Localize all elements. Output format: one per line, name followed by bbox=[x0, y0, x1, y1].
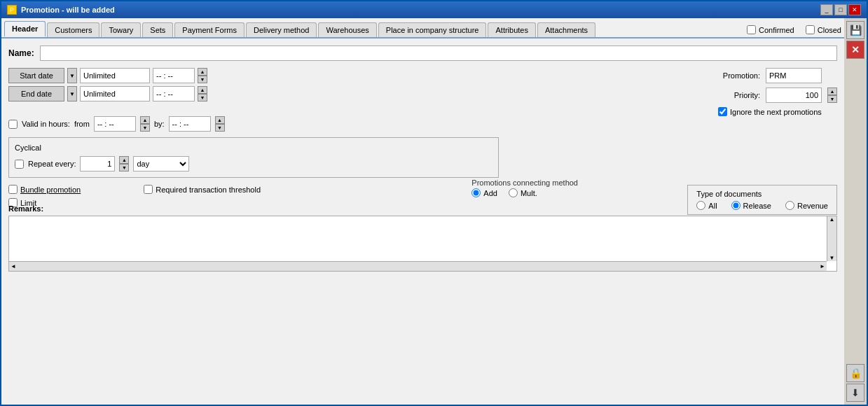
connecting-method-radios: Add Mult. bbox=[471, 188, 578, 197]
title-bar: P Promotion - will be added _ □ ✕ bbox=[1, 1, 867, 18]
priority-input[interactable] bbox=[766, 88, 822, 103]
day-select[interactable]: day bbox=[133, 156, 189, 172]
start-date-input[interactable] bbox=[80, 68, 150, 83]
add-radio[interactable] bbox=[471, 188, 481, 197]
valid-from-up[interactable]: ▲ bbox=[140, 116, 150, 124]
tab-attachments[interactable]: Attachments bbox=[537, 22, 595, 37]
start-time-input[interactable] bbox=[153, 68, 195, 83]
cyclical-group: Cyclical Repeat every: ▲ ▼ day bbox=[8, 137, 499, 178]
from-label: from bbox=[74, 120, 90, 128]
tab-payment-forms[interactable]: Payment Forms bbox=[174, 22, 244, 37]
priority-row: Priority: ▲ ▼ bbox=[718, 88, 837, 103]
close-button[interactable]: ✕ bbox=[846, 41, 864, 59]
bundle-checkbox[interactable] bbox=[8, 185, 18, 194]
ignore-label: Ignore the next promotions bbox=[730, 108, 822, 116]
valid-from-down[interactable]: ▼ bbox=[140, 124, 150, 132]
main-window: P Promotion - will be added _ □ ✕ Header… bbox=[0, 0, 868, 406]
valid-by-down[interactable]: ▼ bbox=[215, 124, 225, 132]
end-date-button[interactable]: End date bbox=[8, 86, 64, 102]
form-area: Header Customers Towary Sets Payment For… bbox=[1, 18, 844, 405]
main-content: Header Customers Towary Sets Payment For… bbox=[1, 18, 867, 405]
confirmed-checkbox[interactable] bbox=[747, 25, 756, 34]
repeat-down[interactable]: ▼ bbox=[119, 164, 129, 172]
remarks-textarea[interactable] bbox=[9, 216, 827, 261]
valid-hours-checkbox[interactable] bbox=[8, 120, 18, 129]
name-row: Name: bbox=[8, 46, 837, 61]
scroll-up-button[interactable]: ▲ bbox=[827, 216, 836, 223]
save-button[interactable]: 💾 bbox=[846, 21, 864, 39]
end-time-down[interactable]: ▼ bbox=[198, 94, 207, 102]
type-docs-legend: Type of documents bbox=[696, 190, 828, 198]
end-date-dropdown[interactable]: ▼ bbox=[67, 86, 77, 102]
bundle-label: Bundle promotion bbox=[20, 186, 81, 194]
name-label: Name: bbox=[8, 48, 34, 58]
connecting-method-label: Promotions connecting method bbox=[471, 178, 578, 187]
start-time-down[interactable]: ▼ bbox=[198, 76, 207, 83]
confirmed-area: Confirmed Closed bbox=[747, 25, 841, 37]
valid-by-up[interactable]: ▲ bbox=[215, 116, 225, 124]
tab-sets[interactable]: Sets bbox=[142, 22, 173, 37]
maximize-button[interactable]: □ bbox=[834, 4, 847, 15]
threshold-checkbox[interactable] bbox=[144, 185, 153, 194]
tab-warehouses[interactable]: Warehouses bbox=[318, 22, 376, 37]
closed-label[interactable]: Closed bbox=[806, 25, 841, 34]
priority-spinner[interactable]: ▲ ▼ bbox=[827, 88, 837, 103]
tab-header[interactable]: Header bbox=[4, 21, 46, 37]
dates-priority-container: Start date ▼ ▲ ▼ End date ▼ bbox=[8, 68, 837, 116]
add-label: Add bbox=[483, 189, 497, 197]
title-bar-left: P Promotion - will be added bbox=[7, 5, 115, 15]
end-time-spinner[interactable]: ▲ ▼ bbox=[198, 86, 207, 102]
end-date-input[interactable] bbox=[80, 86, 150, 102]
promotion-input[interactable] bbox=[766, 68, 822, 83]
scroll-left-button[interactable]: ◄ bbox=[9, 262, 18, 271]
connecting-method-section: Promotions connecting method Add Mult. bbox=[471, 178, 578, 197]
threshold-label: Required transaction threshold bbox=[156, 186, 261, 194]
repeat-up[interactable]: ▲ bbox=[119, 156, 129, 164]
ignore-checkbox[interactable] bbox=[718, 107, 727, 116]
tab-delivery-method[interactable]: Delivery method bbox=[246, 22, 317, 37]
valid-from-input[interactable] bbox=[94, 116, 136, 132]
closed-checkbox[interactable] bbox=[806, 25, 815, 34]
valid-by-input[interactable] bbox=[169, 116, 211, 132]
name-input[interactable] bbox=[40, 46, 837, 61]
repeat-spinner[interactable]: ▲ ▼ bbox=[119, 156, 129, 172]
priority-up[interactable]: ▲ bbox=[827, 88, 837, 95]
valid-by-spinner[interactable]: ▲ ▼ bbox=[215, 116, 225, 132]
mult-label: Mult. bbox=[521, 189, 537, 197]
valid-from-spinner[interactable]: ▲ ▼ bbox=[140, 116, 150, 132]
end-time-up[interactable]: ▲ bbox=[198, 86, 207, 94]
promotion-label: Promotion: bbox=[718, 71, 760, 80]
arrow-button[interactable]: ⬇ bbox=[846, 384, 864, 402]
bundle-row: Bundle promotion bbox=[8, 185, 81, 194]
window-close-button[interactable]: ✕ bbox=[848, 4, 861, 15]
mult-radio[interactable] bbox=[509, 188, 518, 197]
start-time-spinner[interactable]: ▲ ▼ bbox=[198, 68, 207, 83]
end-time-input[interactable] bbox=[153, 86, 195, 102]
horizontal-scrollbar[interactable]: ◄ ► bbox=[9, 261, 827, 271]
repeat-input[interactable] bbox=[80, 156, 115, 172]
valid-hours-row: Valid in hours: from ▲ ▼ by: ▲ ▼ bbox=[8, 116, 837, 132]
lock-button[interactable]: 🔒 bbox=[846, 364, 864, 382]
remarks-textarea-container: ▲ ▼ ◄ ► bbox=[8, 216, 837, 272]
scroll-down-button[interactable]: ▼ bbox=[827, 255, 836, 261]
add-radio-label[interactable]: Add bbox=[471, 188, 497, 197]
cyclical-legend: Cyclical bbox=[15, 144, 492, 152]
vertical-scrollbar[interactable]: ▲ ▼ bbox=[827, 216, 836, 261]
repeat-every-checkbox[interactable] bbox=[15, 160, 24, 169]
start-time-up[interactable]: ▲ bbox=[198, 68, 207, 76]
minimize-button[interactable]: _ bbox=[820, 4, 833, 15]
start-date-dropdown[interactable]: ▼ bbox=[67, 68, 77, 83]
promo-right-block: Promotion: Priority: ▲ ▼ bbox=[718, 68, 837, 116]
priority-down[interactable]: ▼ bbox=[827, 95, 837, 103]
start-date-button[interactable]: Start date bbox=[8, 68, 64, 83]
tab-customers[interactable]: Customers bbox=[47, 22, 99, 37]
start-date-row: Start date ▼ ▲ ▼ bbox=[8, 68, 207, 83]
tab-place-company[interactable]: Place in company structure bbox=[378, 22, 487, 37]
confirmed-label[interactable]: Confirmed bbox=[747, 25, 794, 34]
tab-attributes[interactable]: Attributes bbox=[488, 22, 535, 37]
scroll-right-button[interactable]: ► bbox=[818, 262, 827, 271]
remarks-label: Remarks: bbox=[8, 204, 837, 213]
tab-towary[interactable]: Towary bbox=[101, 22, 141, 37]
mult-radio-label[interactable]: Mult. bbox=[509, 188, 537, 197]
tabs-bar: Header Customers Towary Sets Payment For… bbox=[1, 18, 844, 38]
